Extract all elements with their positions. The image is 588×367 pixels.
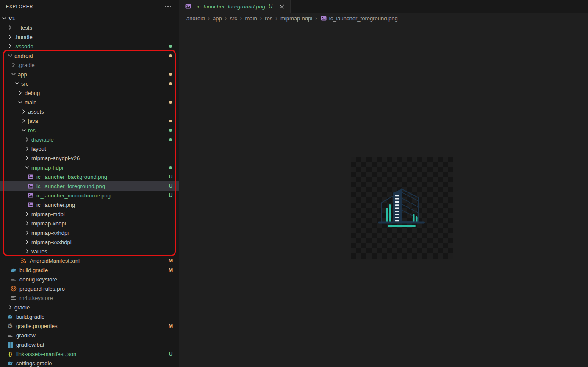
tree-item-label: app <box>18 71 27 78</box>
tree-item-label: assets <box>28 108 44 115</box>
tree-row[interactable]: main <box>0 97 179 107</box>
tree-row[interactable]: assets <box>0 107 179 116</box>
chevron-icon <box>24 220 31 227</box>
tree-row[interactable]: ic_launcher.png <box>0 200 179 209</box>
git-letter-badge: U <box>167 351 175 357</box>
tree-item-label: debug <box>25 90 40 96</box>
git-dot-badge <box>169 129 172 132</box>
ellipsis-icon[interactable] <box>163 4 173 9</box>
chevron-icon <box>20 127 27 133</box>
tree-row[interactable]: gradlew <box>0 331 179 340</box>
close-icon[interactable] <box>278 3 286 10</box>
tree-row[interactable]: debug <box>0 88 179 97</box>
image-icon <box>27 173 34 180</box>
tree-row[interactable]: gradlew.bat <box>0 340 179 349</box>
image-icon <box>27 192 34 199</box>
tree-row[interactable]: mipmap-xxhdpi <box>0 228 179 237</box>
breadcrumb-item-src[interactable]: src <box>230 15 237 22</box>
chevron-icon <box>10 71 17 78</box>
tree-row[interactable]: layout <box>0 144 179 153</box>
tree-row[interactable]: src <box>0 79 179 88</box>
owl-icon <box>10 285 17 292</box>
gradle-icon <box>10 267 17 273</box>
breadcrumb-item-file[interactable]: ic_launcher_foreground.png <box>320 15 398 22</box>
tree-item-label: mipmap-mdpi <box>31 211 65 217</box>
tree-row[interactable]: .bundle <box>0 32 179 42</box>
tree-row[interactable]: app <box>0 70 179 79</box>
image-icon <box>27 183 34 189</box>
tree-row[interactable]: ⚙ gradle.properties M <box>0 321 179 331</box>
tree-row[interactable]: build.gradle M <box>0 265 179 275</box>
tree-item-label: mipmap-xxxhdpi <box>31 239 72 245</box>
tree-item-label: V1 <box>8 15 15 22</box>
tree-row[interactable]: debug.keystore <box>0 275 179 284</box>
tree-row[interactable]: mipmap-hdpi <box>0 163 179 172</box>
tree-row[interactable]: mipmap-anydpi-v26 <box>0 153 179 163</box>
tree-item-label: main <box>25 99 36 106</box>
tree-item-label: gradlew.bat <box>16 342 44 348</box>
tree-item-label: build.gradle <box>19 267 48 273</box>
tree-row[interactable]: proguard-rules.pro <box>0 284 179 293</box>
list-icon <box>10 276 17 283</box>
chevron-icon <box>24 145 31 152</box>
tree-row[interactable]: .vscode <box>0 42 179 51</box>
breadcrumb-item-app[interactable]: app <box>213 15 222 22</box>
breadcrumb: android›app›src›main›res›mipmap-hdpi›ic_… <box>180 13 588 24</box>
breadcrumb-separator: › <box>260 15 262 21</box>
image-icon <box>185 3 191 10</box>
tree-row[interactable]: mipmap-xhdpi <box>0 219 179 228</box>
breadcrumb-item-main[interactable]: main <box>245 15 257 22</box>
tree-item-label: ic_launcher_monochrome.png <box>36 192 111 199</box>
chevron-icon <box>14 80 20 87</box>
tree-row[interactable]: rn4u.keystore <box>0 293 179 303</box>
chevron-icon <box>1 15 8 22</box>
chevron-icon <box>10 61 17 68</box>
chevron-icon <box>7 304 14 311</box>
tree-row[interactable]: settings.gradle <box>0 359 179 367</box>
chevron-icon <box>24 155 31 161</box>
tree-row[interactable]: android <box>0 51 179 60</box>
chevron-icon <box>7 33 14 40</box>
tree-item-label: android <box>14 53 33 59</box>
tree-row[interactable]: {} link-assets-manifest.json U <box>0 349 179 359</box>
tree-row[interactable]: gradle <box>0 303 179 312</box>
chevron-icon <box>7 24 14 31</box>
git-letter-badge: M <box>167 258 175 264</box>
tree-item-label: java <box>28 118 38 124</box>
tree-row[interactable]: mipmap-mdpi <box>0 209 179 219</box>
breadcrumb-separator: › <box>275 15 277 21</box>
chevron-icon <box>24 239 31 245</box>
tree-row[interactable]: java <box>0 116 179 125</box>
chevron-icon <box>7 43 14 50</box>
file-tree: V1 __tests__ .bundle .vscode android .gr… <box>0 13 179 367</box>
list-icon <box>10 295 17 301</box>
explorer-title: EXPLORER <box>6 4 33 9</box>
git-dot-badge <box>169 166 172 169</box>
gradle-icon <box>7 360 14 367</box>
tree-row[interactable]: mipmap-xxxhdpi <box>0 237 179 247</box>
tab-ic-launcher-foreground[interactable]: ic_launcher_foreground.png U <box>180 0 291 13</box>
tree-row[interactable]: ic_launcher_monochrome.png U <box>0 191 179 200</box>
breadcrumb-separator: › <box>225 15 227 21</box>
tab-label: ic_launcher_foreground.png <box>197 3 265 10</box>
tree-row[interactable]: drawable <box>0 135 179 144</box>
tree-row[interactable]: AndroidManifest.xml M <box>0 256 179 265</box>
image-icon <box>320 15 327 22</box>
tree-item-label: ic_launcher_foreground.png <box>36 183 105 189</box>
tree-row[interactable]: ic_launcher_foreground.png U <box>0 181 179 191</box>
tree-row[interactable]: ic_launcher_background.png U <box>0 172 179 181</box>
breadcrumb-item-res[interactable]: res <box>265 15 272 22</box>
tree-row[interactable]: V1 <box>0 14 179 23</box>
tree-row[interactable]: res <box>0 125 179 135</box>
editor-area: ic_launcher_foreground.png U android›app… <box>180 0 588 367</box>
gear-icon: ⚙ <box>7 323 14 329</box>
chevron-icon <box>24 164 31 171</box>
tree-row[interactable]: build.gradle <box>0 312 179 321</box>
breadcrumb-item-mipmap-hdpi[interactable]: mipmap-hdpi <box>280 15 312 22</box>
tree-row[interactable]: __tests__ <box>0 23 179 32</box>
breadcrumb-item-android[interactable]: android <box>186 15 205 22</box>
tree-row[interactable]: .gradle <box>0 60 179 70</box>
chevron-icon <box>20 108 27 115</box>
git-letter-badge: U <box>167 183 175 189</box>
tree-row[interactable]: values <box>0 247 179 256</box>
